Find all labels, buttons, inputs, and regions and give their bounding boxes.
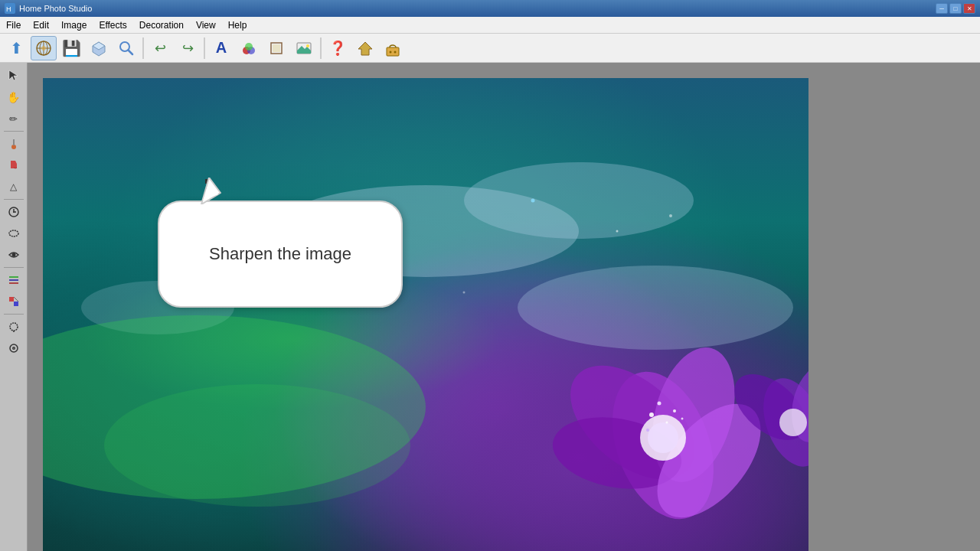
svg-point-11 (245, 43, 253, 51)
svg-point-56 (779, 409, 807, 436)
home-button[interactable] (352, 36, 378, 60)
menu-effects[interactable]: Effects (93, 17, 132, 33)
svg-point-57 (649, 412, 654, 417)
toolbar-separator-1 (142, 37, 144, 59)
undo-button[interactable]: ↩ (147, 36, 173, 60)
svg-point-16 (306, 44, 309, 47)
shop-button[interactable] (380, 36, 406, 60)
menu-decoration[interactable]: Decoration (133, 17, 190, 33)
svg-point-42 (518, 266, 793, 350)
lt-sep-1 (4, 131, 24, 132)
svg-line-8 (129, 50, 133, 54)
oval-select-tool[interactable] (3, 223, 24, 243)
hand-tool[interactable]: ✋ (3, 87, 24, 107)
menubar: File Edit Image Effects Decoration View … (0, 17, 980, 34)
open-button[interactable]: ⬆ (3, 36, 29, 60)
svg-point-25 (13, 211, 15, 213)
svg-line-33 (14, 297, 18, 302)
svg-point-6 (41, 46, 46, 51)
svg-rect-18 (387, 47, 399, 56)
3d-button[interactable] (86, 36, 112, 60)
svg-point-60 (666, 422, 668, 424)
svg-marker-21 (9, 70, 18, 80)
menu-view[interactable]: View (190, 17, 222, 33)
photo-canvas: Sharpen the image (43, 78, 808, 551)
clone-tool[interactable] (3, 338, 24, 358)
svg-point-64 (616, 230, 619, 233)
svg-point-34 (10, 323, 18, 331)
svg-rect-28 (9, 276, 18, 278)
svg-rect-30 (9, 282, 18, 284)
svg-rect-32 (14, 302, 18, 306)
svg-point-62 (681, 418, 684, 420)
lt-sep-3 (4, 267, 24, 268)
main-area: ✋ ✏ △ (0, 63, 980, 551)
app-title: Home Photo Studio (19, 4, 936, 13)
svg-point-27 (11, 253, 15, 257)
minimize-button[interactable]: ─ (936, 3, 948, 14)
svg-point-20 (394, 51, 397, 53)
lt-sep-2 (4, 199, 24, 200)
svg-point-19 (390, 51, 392, 53)
speech-bubble-text: Sharpen the image (209, 244, 351, 264)
svg-rect-23 (13, 139, 15, 145)
speech-bubble: Sharpen the image (158, 201, 403, 308)
paint-button[interactable] (236, 36, 262, 60)
svg-point-66 (463, 292, 466, 294)
photo-background: Sharpen the image (43, 78, 808, 551)
svg-marker-17 (358, 42, 372, 55)
text-button[interactable]: A (208, 36, 234, 60)
titlebar: H Home Photo Studio ─ □ ✕ (0, 0, 980, 17)
crop-button[interactable] (263, 36, 289, 60)
redo-button[interactable]: ↪ (175, 36, 201, 60)
lasso-tool[interactable] (3, 317, 24, 337)
eye-tool[interactable] (3, 245, 24, 265)
svg-text:H: H (6, 5, 11, 13)
lt-sep-4 (4, 314, 24, 315)
svg-rect-29 (9, 279, 18, 281)
color-replace-tool[interactable] (3, 292, 24, 311)
select-button[interactable] (113, 36, 139, 60)
toolbar-separator-3 (320, 37, 322, 59)
brush-tool[interactable] (3, 134, 24, 154)
menu-edit[interactable]: Edit (27, 17, 55, 33)
maximize-button[interactable]: □ (949, 3, 962, 14)
svg-point-52 (648, 422, 678, 453)
window-controls: ─ □ ✕ (936, 3, 975, 14)
bubble-tail-svg (194, 178, 232, 204)
left-toolbar: ✋ ✏ △ (0, 63, 28, 551)
adjust-tool[interactable] (3, 202, 24, 222)
menu-image[interactable]: Image (55, 17, 93, 33)
close-button[interactable]: ✕ (963, 3, 975, 14)
svg-point-45 (104, 384, 410, 507)
svg-rect-13 (273, 44, 280, 52)
pencil-tool[interactable]: ✏ (3, 109, 24, 129)
cursor-tool[interactable] (3, 66, 24, 86)
svg-point-65 (669, 214, 672, 217)
paint-bucket-tool[interactable] (3, 155, 24, 175)
bars-tool[interactable] (3, 270, 24, 290)
menu-file[interactable]: File (0, 17, 27, 33)
save-button[interactable]: 💾 (58, 36, 84, 60)
svg-point-38 (13, 348, 14, 349)
photo-button[interactable] (291, 36, 317, 60)
app-icon: H (5, 3, 15, 14)
svg-point-40 (464, 162, 694, 239)
toolbar: ⬆ 💾 ↩ ↪ A (0, 34, 980, 63)
svg-point-61 (646, 429, 649, 432)
menu-help[interactable]: Help (222, 17, 253, 33)
svg-point-58 (673, 409, 676, 412)
toolbar-separator-2 (204, 37, 205, 59)
svg-point-59 (658, 402, 662, 406)
svg-rect-31 (9, 297, 14, 302)
canvas-area[interactable]: Sharpen the image (28, 63, 980, 551)
svg-point-26 (9, 230, 18, 236)
eraser-tool[interactable]: △ (3, 177, 24, 197)
browse-button[interactable] (31, 36, 57, 60)
help-button[interactable]: ❓ (325, 36, 351, 60)
svg-point-63 (531, 199, 535, 203)
